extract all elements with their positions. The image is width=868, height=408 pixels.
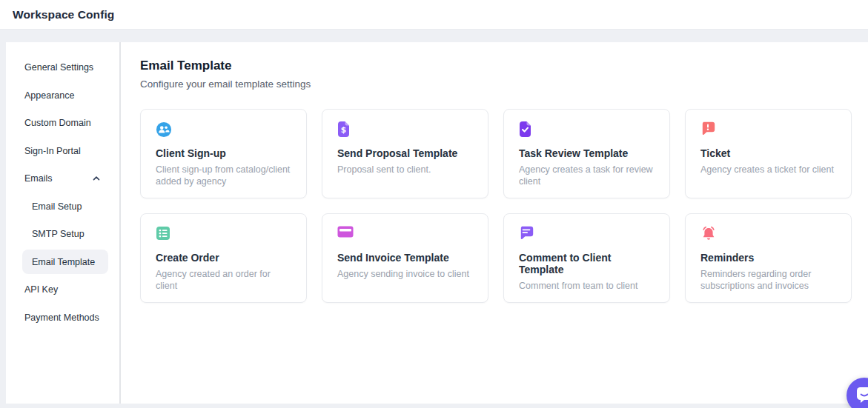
page-title: Workspace Config (13, 8, 114, 21)
sidebar-item-label: Sign-In Portal (24, 146, 81, 156)
card-description: Agency creates a ticket for client (700, 164, 836, 176)
invoice-card-icon (337, 226, 473, 244)
card-title: Reminders (700, 252, 836, 264)
ticket-bubble-icon (700, 121, 836, 139)
comment-bubble-icon (519, 226, 655, 244)
order-list-icon (156, 226, 291, 244)
template-card-grid: Client Sign-up Client sign-up from catal… (140, 109, 852, 303)
template-card-send-proposal-template[interactable]: $ Send Proposal Template Proposal sent t… (322, 109, 488, 198)
sidebar-item-emails[interactable]: Emails (22, 167, 108, 191)
content-container: General Settings Appearance Custom Domai… (6, 42, 868, 404)
card-description: Agency sending invoice to client (337, 269, 473, 281)
card-title: Client Sign-up (156, 147, 291, 159)
proposal-doc-icon: $ (337, 121, 473, 139)
section-title: Email Template (140, 58, 852, 73)
card-description: Agency creates a task for review client (519, 164, 655, 187)
card-description: Agency created an order for client (156, 269, 291, 292)
sidebar-item-payment-methods[interactable]: Payment Methods (22, 305, 108, 330)
sidebar-item-label: Email Setup (32, 201, 82, 212)
sidebar-item-label: Custom Domain (24, 118, 91, 128)
sidebar-item-api-key[interactable]: API Key (22, 278, 108, 302)
task-check-doc-icon (519, 121, 655, 139)
sidebar-item-custom-domain[interactable]: Custom Domain (22, 111, 108, 136)
sidebar-item-sign-in-portal[interactable]: Sign-In Portal (22, 138, 108, 163)
sidebar-item-label: General Settings (24, 62, 93, 73)
card-description: Comment from team to client (519, 281, 655, 292)
template-card-create-order[interactable]: Create Order Agency created an order for… (140, 213, 307, 303)
card-title: Send Invoice Template (337, 252, 473, 264)
card-title: Comment to Client Template (519, 252, 655, 275)
sidebar-item-smtp-setup[interactable]: SMTP Setup (22, 222, 108, 247)
card-description: Reminders regarding order subscriptions … (700, 269, 836, 292)
card-title: Create Order (156, 252, 291, 264)
svg-text:$: $ (341, 125, 346, 134)
sidebar-item-label: Payment Methods (24, 312, 99, 323)
sidebar-item-general-settings[interactable]: General Settings (22, 56, 108, 80)
template-card-reminders[interactable]: Reminders Reminders regarding order subs… (685, 213, 852, 303)
card-title: Task Review Template (519, 147, 655, 159)
template-card-comment-to-client-template[interactable]: Comment to Client Template Comment from … (503, 213, 670, 303)
sidebar-item-email-template[interactable]: Email Template (22, 250, 108, 274)
chat-bubble-smile-icon (855, 384, 868, 407)
sidebar-item-label: API Key (24, 284, 58, 295)
card-title: Send Proposal Template (337, 147, 473, 159)
sidebar-item-label: Email Template (32, 257, 95, 267)
main-panel: Email Template Configure your email temp… (121, 42, 868, 404)
sidebar-item-label: Appearance (24, 90, 74, 101)
section-subtitle: Configure your email template settings (140, 78, 852, 90)
sidebar-item-appearance[interactable]: Appearance (22, 83, 108, 107)
top-header: Workspace Config (0, 0, 868, 30)
template-card-task-review-template[interactable]: Task Review Template Agency creates a ta… (503, 109, 670, 198)
sidebar-item-label: SMTP Setup (32, 229, 85, 239)
card-title: Ticket (700, 147, 836, 159)
template-card-send-invoice-template[interactable]: Send Invoice Template Agency sending inv… (322, 213, 488, 303)
template-card-ticket[interactable]: Ticket Agency creates a ticket for clien… (685, 109, 852, 198)
chevron-up-icon (92, 174, 108, 183)
card-description: Client sign-up from catalog/client added… (156, 164, 291, 187)
template-card-client-sign-up[interactable]: Client Sign-up Client sign-up from catal… (140, 109, 307, 198)
users-circle-icon (156, 121, 291, 139)
reminder-bell-icon (700, 226, 836, 244)
sidebar-item-label: Emails (24, 173, 53, 184)
sidebar-item-email-setup[interactable]: Email Setup (22, 194, 108, 218)
card-description: Proposal sent to client. (337, 164, 473, 176)
sidebar: General Settings Appearance Custom Domai… (6, 42, 121, 404)
